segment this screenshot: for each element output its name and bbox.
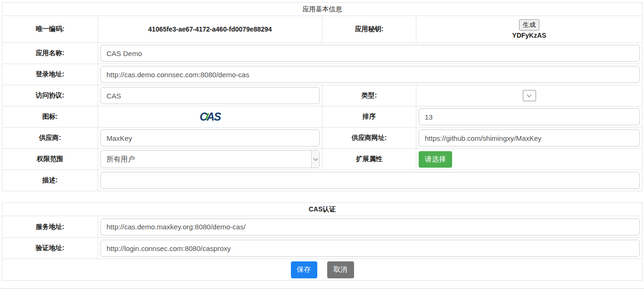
app-secret-value: YDFyKzAS xyxy=(512,32,546,39)
form-actions-row: 保存 取消 xyxy=(2,259,643,281)
protocol-input[interactable] xyxy=(100,87,320,104)
type-select[interactable] xyxy=(523,90,536,101)
table-row: 服务地址: xyxy=(2,216,643,238)
icon-label: 图标: xyxy=(2,106,98,128)
table-row: 描述: xyxy=(2,170,643,191)
description-input[interactable] xyxy=(100,172,640,189)
cancel-button[interactable]: 取消 xyxy=(327,261,354,278)
protocol-label: 访问协议: xyxy=(2,85,98,106)
vendor-input[interactable] xyxy=(100,130,320,146)
app-config-page: 应用基本信息 唯一编码: 41065fe3-ae67-4172-a460-fd0… xyxy=(0,0,644,289)
cas-auth-table: CAS认证 服务地址: 验证地址: 保存 取消 xyxy=(2,203,643,281)
cas-logo-text: CAS xyxy=(199,111,220,123)
service-url-label: 服务地址: xyxy=(2,216,98,238)
select-arrow-strip xyxy=(311,151,319,168)
validate-url-label: 验证地址: xyxy=(2,238,98,259)
vendor-label: 供应商: xyxy=(2,128,98,149)
login-url-input[interactable] xyxy=(100,66,640,83)
basic-info-header-row: 应用基本信息 xyxy=(2,3,643,16)
sort-input[interactable] xyxy=(419,108,640,125)
unique-code-label: 唯一编码: xyxy=(2,16,98,43)
validate-url-input[interactable] xyxy=(100,240,640,257)
table-row: 图标: CAS 排序 xyxy=(2,106,643,128)
chevron-down-icon xyxy=(527,92,532,97)
description-label: 描述: xyxy=(2,170,98,191)
vendor-url-label: 供应商网址: xyxy=(322,128,416,149)
ext-attr-label: 扩展属性 xyxy=(322,149,416,170)
cas-logo: CAS xyxy=(199,112,220,122)
scope-select[interactable]: 所有用户 xyxy=(100,150,320,168)
cas-auth-title: CAS认证 xyxy=(2,203,643,216)
cas-auth-header-row: CAS认证 xyxy=(2,203,643,216)
chevron-down-icon xyxy=(313,156,318,161)
basic-info-table: 应用基本信息 唯一编码: 41065fe3-ae67-4172-a460-fd0… xyxy=(2,2,643,191)
section-gap xyxy=(2,191,642,203)
footer-divider xyxy=(0,288,644,289)
service-url-input[interactable] xyxy=(100,219,640,235)
ext-attr-select-button[interactable]: 请选择 xyxy=(419,151,452,168)
login-url-label: 登录地址: xyxy=(2,64,98,85)
table-row: 登录地址: xyxy=(2,64,643,85)
vendor-url-input[interactable] xyxy=(419,130,640,146)
app-name-label: 应用名称: xyxy=(2,43,98,64)
basic-info-title: 应用基本信息 xyxy=(2,3,643,16)
sort-label: 排序 xyxy=(322,106,416,128)
table-row: 验证地址: xyxy=(2,238,643,259)
unique-code-value: 41065fe3-ae67-4172-a460-fd0079e88294 xyxy=(98,25,322,33)
type-label: 类型: xyxy=(322,85,416,106)
table-row: 应用名称: xyxy=(2,43,643,64)
app-secret-label: 应用秘钥: xyxy=(322,16,416,43)
save-button[interactable]: 保存 xyxy=(291,261,317,278)
scope-select-value: 所有用户 xyxy=(101,155,135,164)
scope-label: 权限范围 xyxy=(2,149,98,170)
table-row: 访问协议: 类型: xyxy=(2,85,643,106)
table-row: 权限范围 所有用户 扩展属性 请选择 xyxy=(2,149,643,170)
generate-secret-button[interactable]: 生成 xyxy=(519,19,539,31)
table-row: 供应商: 供应商网址: xyxy=(2,128,643,149)
app-name-input[interactable] xyxy=(100,45,640,62)
table-row: 唯一编码: 41065fe3-ae67-4172-a460-fd0079e882… xyxy=(2,16,643,43)
